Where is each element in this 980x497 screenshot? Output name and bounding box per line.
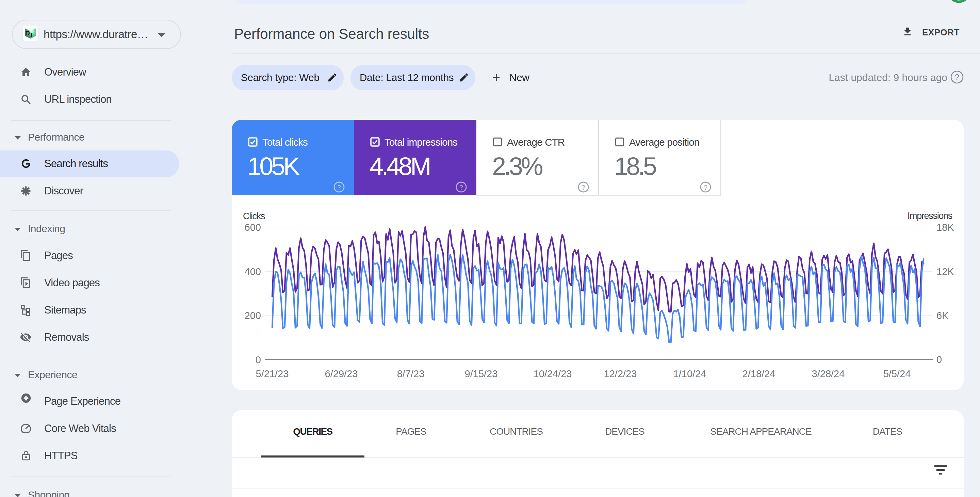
svg-text:T: T — [30, 31, 34, 38]
svg-text:?: ? — [955, 73, 959, 82]
